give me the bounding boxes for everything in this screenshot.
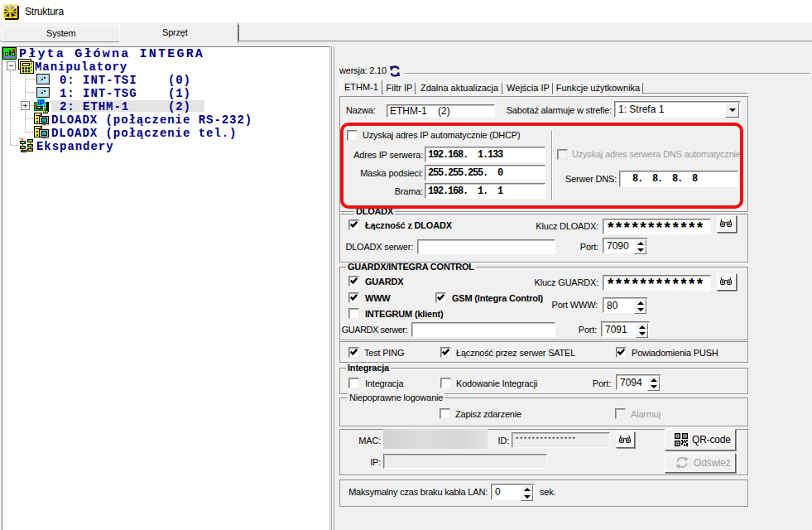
svg-text:IP: IP [38, 99, 45, 107]
